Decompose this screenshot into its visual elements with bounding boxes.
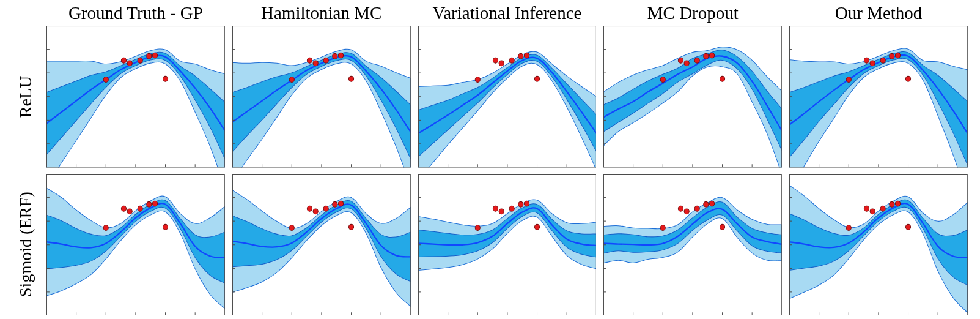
data-point <box>684 61 689 66</box>
data-point <box>906 224 911 230</box>
data-point <box>720 76 725 81</box>
data-point <box>864 58 869 63</box>
data-point <box>147 201 152 207</box>
panel-svg <box>232 174 411 316</box>
chart-panel <box>789 26 968 168</box>
data-point <box>499 208 504 214</box>
data-point <box>307 206 312 211</box>
data-point <box>152 53 157 58</box>
row-label-cell-1: Sigmoid (ERF) <box>12 174 39 316</box>
data-point <box>163 224 168 230</box>
data-point <box>896 53 901 58</box>
data-point <box>499 61 504 66</box>
data-point <box>846 77 851 83</box>
data-point <box>720 224 725 230</box>
data-point <box>493 58 498 63</box>
data-point <box>880 58 885 63</box>
data-point <box>103 77 108 83</box>
data-point <box>906 76 911 81</box>
data-point <box>475 77 480 83</box>
col-title-2: Variational Inference <box>418 3 597 26</box>
data-point <box>147 53 152 59</box>
chart-panel <box>232 26 411 168</box>
data-point <box>710 53 715 58</box>
data-point <box>152 201 157 206</box>
data-point <box>289 225 294 230</box>
column-titles-row: Ground Truth - GP Hamiltonian MC Variati… <box>12 0 968 26</box>
panel-svg <box>603 26 782 168</box>
uncertainty-figure: Ground Truth - GP Hamiltonian MC Variati… <box>0 0 980 319</box>
data-point <box>127 208 132 214</box>
data-point <box>524 201 529 206</box>
data-point <box>679 58 683 63</box>
panel-svg <box>789 26 968 168</box>
chart-row-1: Sigmoid (ERF) <box>12 174 968 316</box>
data-point <box>870 208 875 214</box>
panel-svg <box>603 174 782 316</box>
data-point <box>163 76 168 81</box>
data-point <box>534 224 539 230</box>
data-point <box>704 53 709 59</box>
chart-panel <box>46 26 225 168</box>
panel-svg <box>232 26 411 168</box>
data-point <box>890 201 894 207</box>
data-point <box>338 53 343 58</box>
data-point <box>332 53 337 59</box>
data-point <box>332 201 337 207</box>
chart-panel <box>418 26 597 168</box>
chart-grid: Ground Truth - GP Hamiltonian MC Variati… <box>12 0 968 315</box>
data-point <box>348 224 353 230</box>
data-point <box>348 76 353 81</box>
data-point <box>475 225 480 230</box>
data-point <box>661 77 666 83</box>
data-point <box>121 58 126 63</box>
data-point <box>138 58 142 63</box>
panel-svg <box>789 174 968 316</box>
data-point <box>694 58 699 63</box>
chart-row-0: ReLU <box>12 26 968 168</box>
data-point <box>338 201 343 206</box>
data-point <box>679 206 683 211</box>
col-title-3: MC Dropout <box>603 3 782 26</box>
data-point <box>694 206 699 211</box>
data-point <box>127 61 132 66</box>
data-point <box>846 225 851 230</box>
data-point <box>870 61 875 66</box>
col-title-1: Hamiltonian MC <box>232 3 411 26</box>
col-title-4: Our Method <box>789 3 968 26</box>
data-point <box>289 77 294 83</box>
panel-svg <box>418 174 597 316</box>
data-point <box>684 208 689 214</box>
chart-panel <box>789 174 968 316</box>
chart-rows: ReLU Sigmoid (ERF) <box>12 26 968 315</box>
data-point <box>661 225 666 230</box>
row-label-cell-0: ReLU <box>12 26 39 168</box>
data-point <box>313 61 318 66</box>
data-point <box>121 206 126 211</box>
data-point <box>890 53 894 59</box>
chart-panel <box>232 174 411 316</box>
row-label-1: Sigmoid (ERF) <box>16 192 35 297</box>
panel-svg <box>418 26 597 168</box>
data-point <box>509 206 514 211</box>
data-point <box>896 201 901 206</box>
data-point <box>704 201 709 207</box>
data-point <box>534 76 539 81</box>
data-point <box>509 58 514 63</box>
data-point <box>323 206 328 211</box>
panel-svg <box>46 174 225 316</box>
data-point <box>323 58 328 63</box>
data-point <box>518 53 523 59</box>
data-point <box>493 206 498 211</box>
data-point <box>880 206 885 211</box>
chart-panel <box>603 174 782 316</box>
data-point <box>307 58 312 63</box>
chart-panel <box>418 174 597 316</box>
data-point <box>864 206 869 211</box>
data-point <box>524 53 529 58</box>
col-title-0: Ground Truth - GP <box>46 3 225 26</box>
row-label-0: ReLU <box>16 76 35 118</box>
data-point <box>138 206 142 211</box>
data-point <box>313 208 318 214</box>
panel-svg <box>46 26 225 168</box>
